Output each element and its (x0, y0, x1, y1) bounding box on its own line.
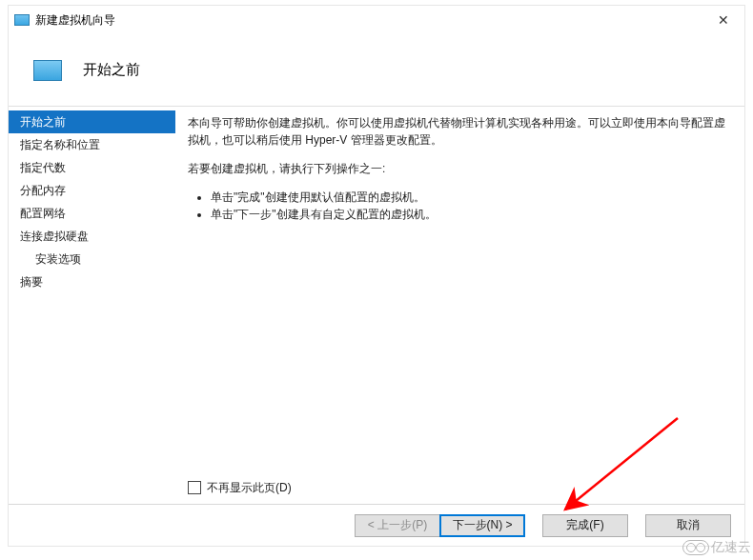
dont-show-checkbox[interactable] (188, 481, 201, 494)
prompt-text: 若要创建虚拟机，请执行下列操作之一: (188, 160, 735, 177)
next-button[interactable]: 下一步(N) > (439, 514, 525, 537)
sidebar-step-network[interactable]: 配置网络 (9, 202, 175, 225)
sidebar-step-label: 开始之前 (20, 115, 66, 129)
finish-button[interactable]: 完成(F) (542, 514, 628, 537)
wizard-dialog: 新建虚拟机向导 ✕ 开始之前 开始之前 指定名称和位置 指定代数 分配内存 配置… (8, 5, 745, 547)
cancel-button[interactable]: 取消 (645, 514, 731, 537)
sidebar-step-vhd[interactable]: 连接虚拟硬盘 (9, 225, 175, 248)
wizard-icon (33, 60, 62, 81)
sidebar-step-memory[interactable]: 分配内存 (9, 179, 175, 202)
prev-button[interactable]: < 上一步(P) (355, 514, 440, 537)
dont-show-again[interactable]: 不再显示此页(D) (188, 479, 292, 496)
window-title: 新建虚拟机向导 (35, 12, 115, 29)
nav-button-group: < 上一步(P) 下一步(N) > (355, 514, 525, 537)
list-item: 单击"下一步"创建具有自定义配置的虚拟机。 (211, 206, 735, 223)
close-button[interactable]: ✕ (702, 6, 744, 34)
close-icon: ✕ (718, 12, 729, 28)
titlebar: 新建虚拟机向导 ✕ (9, 6, 744, 34)
list-item: 单击"完成"创建使用默认值配置的虚拟机。 (211, 189, 735, 206)
dont-show-label: 不再显示此页(D) (207, 479, 292, 496)
sidebar-step-summary[interactable]: 摘要 (9, 270, 175, 293)
wizard-footer: < 上一步(P) 下一步(N) > 完成(F) 取消 (9, 504, 744, 546)
bullet-list: 单击"完成"创建使用默认值配置的虚拟机。 单击"下一步"创建具有自定义配置的虚拟… (188, 189, 735, 223)
sidebar-step-label: 指定名称和位置 (20, 138, 100, 151)
sidebar-step-label: 摘要 (20, 275, 43, 289)
wizard-body: 开始之前 指定名称和位置 指定代数 分配内存 配置网络 连接虚拟硬盘 安装选项 … (9, 107, 744, 504)
wizard-header: 开始之前 (9, 34, 744, 107)
sidebar-step-label: 指定代数 (20, 161, 66, 174)
sidebar-step-label: 安装选项 (35, 252, 81, 266)
sidebar-step-name-location[interactable]: 指定名称和位置 (9, 133, 175, 156)
wizard-content: 本向导可帮助你创建虚拟机。你可以使用虚拟机代替物理计算机实现各种用途。可以立即使… (176, 107, 744, 504)
sidebar-step-generation[interactable]: 指定代数 (9, 156, 175, 179)
page-heading: 开始之前 (83, 61, 140, 79)
sidebar-step-before-you-begin[interactable]: 开始之前 (9, 110, 175, 133)
sidebar-step-label: 配置网络 (20, 207, 66, 220)
sidebar-step-label: 连接虚拟硬盘 (20, 230, 89, 243)
sidebar-step-label: 分配内存 (20, 184, 66, 197)
sidebar-step-install-options[interactable]: 安装选项 (9, 248, 175, 270)
app-icon (14, 14, 30, 26)
intro-text: 本向导可帮助你创建虚拟机。你可以使用虚拟机代替物理计算机实现各种用途。可以立即使… (188, 114, 735, 149)
wizard-sidebar: 开始之前 指定名称和位置 指定代数 分配内存 配置网络 连接虚拟硬盘 安装选项 … (9, 107, 176, 504)
